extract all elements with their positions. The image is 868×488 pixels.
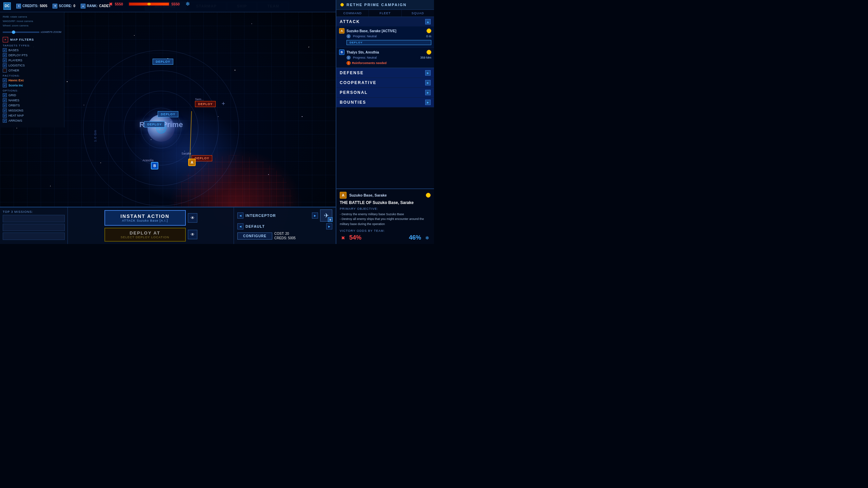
mission-b-detail: i Progress: Neutral 359 Mm [339, 55, 431, 60]
location-label-semu: Sem... [195, 98, 204, 101]
deploy-btn-3[interactable]: DEPLOY [158, 111, 178, 117]
mission-b-progress-row: i Progress: Neutral [347, 56, 377, 60]
faction-havoc[interactable]: Havoc Exc [3, 78, 61, 82]
deploy-at-button[interactable]: DEPLOY AT SELECT DEPLOY LOCATION [104, 228, 186, 242]
faction-scoria[interactable]: Scoria Inc [3, 83, 61, 87]
filter-section: ✕ MAP FILTERS TARGETS TYPES: BASES DEPLO… [3, 37, 61, 123]
checkbox-deploy-pts[interactable] [3, 53, 7, 57]
deploy-btn-4[interactable]: DEPLOY [144, 121, 165, 127]
checkbox-orbits[interactable] [3, 103, 7, 107]
sidebar-header: RETHE PRIME CAMPAIGN [336, 0, 434, 10]
zoom-control: x1048579 ZOOM [3, 30, 61, 34]
filter-other[interactable]: OTHER [3, 68, 61, 73]
checkbox-names[interactable] [3, 98, 7, 102]
loadout-next-button[interactable]: ▶ [326, 223, 332, 229]
checkbox-grid[interactable] [3, 93, 7, 97]
label-grid: GRID [8, 94, 16, 97]
objective-1: - Destroy the enemy military base Suzuko… [340, 212, 431, 217]
label-players: PLAYERS [8, 59, 22, 62]
mission-slot-2 [3, 224, 65, 231]
sidebar-spacer [336, 107, 434, 189]
ship-prev-button[interactable]: ◀ [237, 212, 243, 219]
bounties-section[interactable]: BOUNTIES ▶ [336, 98, 434, 107]
sidebar-tabs: COMMAND FLEET SQUAD [336, 10, 434, 17]
ship-next-button[interactable]: ▶ [312, 212, 318, 219]
filter-players[interactable]: PLAYERS [3, 58, 61, 62]
deploy-at-eye-button[interactable]: 👁 [188, 230, 197, 239]
configure-row: CONFIGURE COST: 20 CREDS: 5005 [237, 232, 332, 240]
filter-orbits[interactable]: ORBITS [3, 103, 61, 107]
mission-b-header: B Thalys Stn, Aresthia [339, 49, 431, 55]
instant-action-button[interactable]: INSTANT ACTION ATTACK Suzuko Base [A.I.] [104, 210, 186, 226]
game-icon: DC [3, 2, 11, 10]
filter-arrows[interactable]: ARROWS [3, 119, 61, 123]
tab-squad[interactable]: SQUAD [402, 10, 434, 17]
options-title: OPTIONS: [3, 89, 61, 92]
badge-a-1: A [339, 28, 344, 34]
filter-header: ✕ MAP FILTERS [3, 37, 61, 42]
tab-fleet[interactable]: FLEET [369, 10, 401, 17]
bottom-right-controls: ◀ Interceptor ▶ ✈ 5 ◀ DEFAULT ▶ CONFIGUR… [234, 207, 336, 244]
filter-missions[interactable]: MISSIONS [3, 108, 61, 113]
mission-a-deploy-row: DEPLOY [339, 39, 431, 46]
tab-command[interactable]: COMMAND [336, 10, 369, 17]
personal-expand-icon: ▶ [425, 90, 431, 95]
mission-b-eye [427, 50, 431, 55]
warning-icon: ! [347, 61, 351, 65]
hp-bar [129, 2, 170, 6]
checkbox-heat-map[interactable] [3, 114, 7, 118]
mission-item-a: A Suzuko Base, Sarake [ACTIVE] i Progres… [336, 26, 434, 48]
instant-action-eye-button[interactable]: 👁 [188, 213, 197, 223]
deploy-btn-2[interactable]: DEPLOY [195, 101, 216, 107]
filter-deploy-pts[interactable]: DEPLOY PTS [3, 53, 61, 57]
label-scoria: Scoria Inc [8, 84, 23, 87]
warning-row: ! Reinforcements needed [347, 61, 431, 65]
configure-button[interactable]: CONFIGURE [237, 232, 272, 240]
filter-grid[interactable]: GRID [3, 93, 61, 97]
filter-logistics[interactable]: LOGISTICS [3, 63, 61, 67]
objective-header: PRIMARY OBJECTIVE: [340, 207, 431, 210]
cooperative-expand-icon: ▶ [425, 80, 431, 85]
defense-section[interactable]: DEFENSE ▶ [336, 68, 434, 78]
checkbox-logistics[interactable] [3, 63, 7, 67]
hp-left: 5550 [115, 2, 127, 6]
zoom-handle [12, 30, 15, 34]
info-icon-a: i [347, 34, 351, 38]
rank-icon: ▲ [81, 4, 85, 8]
planet-rethe-prime: 🌐 [147, 115, 175, 142]
checkbox-players[interactable] [3, 58, 7, 62]
label-havoc: Havoc Exc [8, 79, 24, 82]
checkbox-scoria[interactable] [3, 83, 7, 87]
objective-2: - Destroy all enemy ships that you might… [340, 217, 431, 226]
checkbox-bases[interactable] [3, 48, 7, 52]
mission-a-deploy-button[interactable]: DEPLOY [347, 40, 431, 45]
filter-bases[interactable]: BASES [3, 48, 61, 52]
deploy-at-title: DEPLOY AT [119, 230, 172, 236]
zoom-slider[interactable] [3, 32, 39, 33]
deploy-btn-1[interactable]: DEPLOY [153, 59, 173, 65]
label-names: NAMES [8, 99, 19, 102]
ship-name-1: Interceptor [245, 214, 310, 218]
filter-names[interactable]: NAMES [3, 98, 61, 102]
loadout-prev-button[interactable]: ◀ [237, 223, 243, 229]
marker-b[interactable]: B [151, 162, 158, 169]
attack-section-header[interactable]: ATTACK ▲ [336, 17, 434, 26]
filter-heat-map[interactable]: HEAT MAP [3, 114, 61, 118]
mission-b-warning-row: ! Reinforcements needed [339, 60, 431, 66]
ship-name-2: DEFAULT [245, 224, 324, 228]
checkbox-missions[interactable] [3, 108, 7, 113]
checkbox-havoc[interactable] [3, 78, 7, 82]
personal-section[interactable]: PERSONAL ▶ [336, 88, 434, 98]
cooperative-section[interactable]: COOPERATIVE ▶ [336, 78, 434, 88]
marker-a[interactable]: A [188, 159, 196, 166]
checkbox-arrows[interactable] [3, 119, 7, 123]
cost-info: COST: 20 [274, 232, 296, 236]
bounties-title: BOUNTIES [340, 100, 366, 105]
score-stat: ★ SCORE: 0 [53, 4, 75, 8]
faction-blue-icon: ❄ [424, 235, 431, 241]
victory-pct-red: 54% [349, 234, 361, 241]
checkbox-other[interactable] [3, 68, 7, 73]
defense-title: DEFENSE [340, 70, 364, 75]
mission-item-b: B Thalys Stn, Aresthia i Progress: Neutr… [336, 48, 434, 68]
detail-eye [426, 193, 431, 198]
